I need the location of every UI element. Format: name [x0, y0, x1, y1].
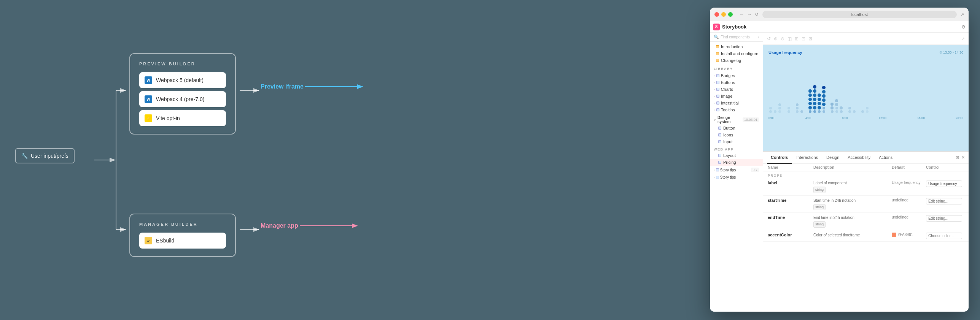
url-bar[interactable]: localhost — [762, 11, 957, 18]
dot-accent — [808, 106, 812, 109]
row-accentcolor-default: #FA8961 — [892, 233, 926, 237]
tab-controls-label: Controls — [771, 155, 788, 160]
dot — [840, 106, 843, 109]
expand-panel-icon[interactable]: ⊡ — [956, 155, 959, 160]
toolbar-icon-1[interactable]: ↺ — [767, 36, 771, 41]
nav-pricing-label: Pricing — [723, 160, 736, 165]
maximize-button[interactable] — [728, 12, 733, 17]
toolbar-expand-icon[interactable]: ↗ — [961, 36, 965, 41]
url-text: localhost — [851, 12, 868, 17]
preview-builder-box: PREVIEW BUILDER W Webpack 5 (default) W … — [129, 53, 236, 135]
esbuild-label: ESbuild — [156, 238, 174, 244]
tab-accessibility[interactable]: Accessibility — [844, 152, 874, 164]
pricing-icon — [718, 161, 721, 164]
nav-input-ds[interactable]: Input — [710, 138, 763, 145]
gear-icon[interactable]: ⚙ — [961, 24, 966, 30]
vite-icon: ⚡ — [145, 114, 152, 122]
tab-interactions[interactable]: Interactions — [792, 152, 822, 164]
color-preview — [892, 233, 896, 237]
nav-layout[interactable]: Layout — [710, 152, 763, 159]
dot-accent — [808, 89, 812, 93]
manager-builder-box: MANAGER BUILDER » ESbuild — [129, 214, 236, 257]
sb-toolbar-icons: ⚙ — [961, 24, 966, 30]
tooltips-icon — [716, 108, 719, 111]
preview-builder-section: PREVIEW BUILDER W Webpack 5 (default) W … — [129, 53, 236, 135]
nav-layout-label: Layout — [723, 153, 736, 158]
row-starttime-default: undefined — [892, 198, 926, 202]
nav-image[interactable]: › Image — [710, 93, 763, 100]
nav-icons-ds[interactable]: Icons — [710, 131, 763, 138]
row-accentcolor-control[interactable] — [926, 233, 964, 239]
close-panel-icon[interactable]: ✕ — [961, 155, 965, 160]
nav-charts[interactable]: › Charts — [710, 86, 763, 93]
tab-design[interactable]: Design — [822, 152, 843, 164]
layout-icon — [718, 154, 721, 157]
nav-tooltips-label: Tooltips — [721, 108, 735, 112]
row-endtime-control[interactable] — [926, 215, 964, 222]
nav-install-configure[interactable]: Install and configure — [710, 50, 763, 57]
tab-actions[interactable]: Actions — [875, 152, 896, 164]
story-tips-1-label: Story tips — [720, 168, 736, 172]
ds-icons-icon — [718, 133, 721, 136]
forward-icon[interactable]: → — [747, 12, 752, 17]
dot-col-post-5 — [852, 110, 856, 113]
starttime-input[interactable] — [926, 198, 962, 204]
toolbar-icon-5[interactable]: ⊞ — [795, 36, 799, 41]
webpack5-option[interactable]: W Webpack 5 (default) — [139, 72, 226, 88]
tab-controls[interactable]: Controls — [767, 152, 792, 164]
preview-arrow-svg — [304, 83, 364, 90]
tooltips-chevron: › — [714, 108, 715, 112]
dot-accent — [818, 102, 821, 105]
story-tips-1[interactable]: › Story tips 0.7 — [710, 166, 763, 174]
close-button[interactable] — [714, 12, 719, 17]
nav-button-ds[interactable]: Button — [710, 125, 763, 131]
design-system-header[interactable]: ∨ Design system 10.03.01 — [710, 113, 763, 125]
story-tips-1-icon — [716, 168, 719, 171]
dot — [818, 110, 821, 113]
story-tips-2-icon — [716, 176, 719, 179]
esbuild-option[interactable]: » ESbuild — [139, 233, 226, 249]
webpack4-option[interactable]: W Webpack 4 (pre-7.0) — [139, 91, 226, 107]
toolbar-icon-7[interactable]: ⊠ — [808, 36, 812, 41]
nav-changelog[interactable]: Changelog — [710, 57, 763, 64]
dot — [848, 110, 851, 113]
story-tips-2[interactable]: › Story tips — [710, 174, 763, 181]
x-label-2: 8:00 — [842, 116, 848, 120]
nav-badges[interactable]: › Badges — [710, 72, 763, 79]
nav-buttons[interactable]: › Buttons — [710, 79, 763, 86]
accentcolor-input[interactable] — [926, 233, 962, 239]
dot — [866, 107, 869, 109]
preview-canvas: Usage frequency © 13:30 - 14:30 — [763, 45, 969, 151]
refresh-icon[interactable]: ↺ — [755, 12, 759, 17]
label-input[interactable] — [926, 181, 962, 187]
new-tab-icon[interactable]: ↗ — [961, 12, 964, 17]
row-label-control[interactable] — [926, 181, 964, 187]
dot-col-end-1 — [861, 110, 864, 113]
nav-interstitial-label: Interstitial — [721, 101, 739, 105]
vite-option[interactable]: ⚡ Vite opt-in — [139, 110, 226, 126]
nav-introduction[interactable]: Introduction — [710, 43, 763, 50]
minimize-button[interactable] — [721, 12, 726, 17]
dot — [822, 110, 825, 113]
back-icon[interactable]: ← — [740, 12, 744, 17]
nav-pricing[interactable]: Pricing — [710, 159, 763, 166]
story-tips-1-chevron: › — [714, 168, 715, 172]
toolbar-icon-2[interactable]: ⊕ — [774, 36, 778, 41]
toolbar-icon-4[interactable]: ◫ — [788, 36, 792, 41]
dot-col-dense-2 — [813, 85, 816, 113]
nav-tooltips[interactable]: › Tooltips — [710, 106, 763, 113]
toolbar-icon-6[interactable]: ⊡ — [802, 36, 805, 41]
dot-highlight — [822, 86, 826, 89]
search-bar[interactable]: 🔍 Find components / — [710, 33, 763, 42]
nav-interstitial[interactable]: › Interstitial — [710, 100, 763, 106]
endtime-input[interactable] — [926, 215, 962, 222]
interstitial-chevron: › — [714, 101, 715, 105]
row-starttime-control[interactable] — [926, 198, 964, 204]
title-bar: ← → ↺ localhost ↗ — [710, 8, 969, 21]
install-icon — [716, 52, 719, 55]
dot-col-5 — [787, 107, 791, 113]
badges-icon — [716, 74, 719, 77]
toolbar-icon-3[interactable]: ⊖ — [781, 36, 784, 41]
chart-x-labels: 0:00 4:00 8:00 12:00 16:00 20:00 — [768, 116, 963, 120]
sb-sidebar: 🔍 Find components / Introduction Install… — [710, 33, 763, 312]
